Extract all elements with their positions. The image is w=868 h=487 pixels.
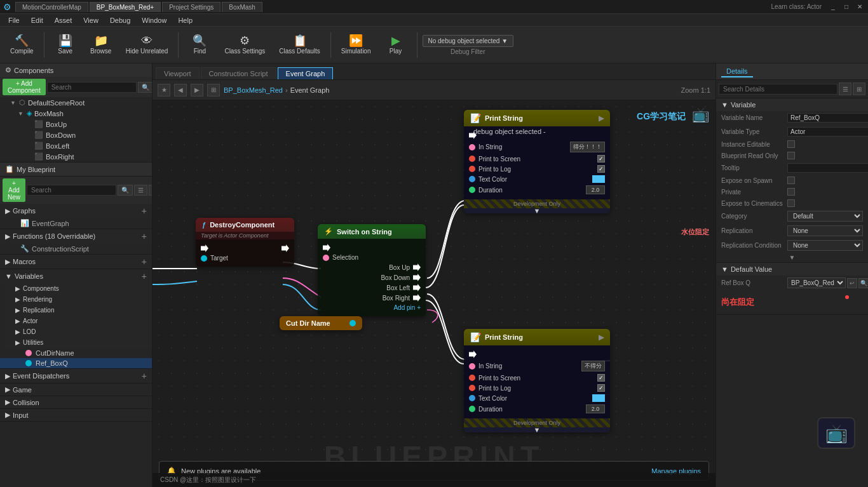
instance-editable-check[interactable] [787,140,795,148]
bp-graphs-header[interactable]: ▶ Graphs + [0,204,152,218]
print-exec-out-pin-2[interactable]: ▶ [599,333,604,342]
variable-cutdirname[interactable]: CutDirName [0,348,152,358]
cut-dir-out-pin[interactable] [349,320,356,326]
functions-add-button[interactable]: + [142,231,147,241]
duration-value[interactable]: 2.0 [586,185,605,194]
text-color-pin[interactable] [469,176,475,182]
tooltip-input[interactable] [787,163,868,173]
text-color-swatch[interactable] [592,175,605,183]
print-to-screen-check[interactable]: ✓ [597,155,605,163]
variable-ref-boxq[interactable]: Ref_BoxQ [0,358,152,368]
tab-viewport[interactable]: Viewport [156,67,200,79]
replication-select[interactable]: None [787,225,863,236]
print-to-log-pin[interactable] [469,166,475,172]
type-input[interactable] [787,127,868,137]
print-to-log-pin-2[interactable] [469,385,475,391]
bp-replication-sub[interactable]: ▶ Replication [5,305,152,316]
print-exec-out-pin[interactable]: ▶ [599,114,604,123]
ref-browse-button[interactable]: ↩ [847,278,857,288]
blueprint-canvas[interactable]: 📝 Print String ▶ In String 得分！！！ [153,100,715,487]
bp-functions-header[interactable]: ▶ Functions (18 Overridable) + [0,229,152,243]
category-select[interactable]: Default [787,211,863,222]
blueprint-search-button[interactable]: 🔍 [118,185,133,196]
play-button[interactable]: ▶ Play [380,33,412,57]
details-search-input[interactable] [719,84,837,95]
print-to-screen-pin[interactable] [469,156,475,162]
hide-unrelated-button[interactable]: 👁 Hide Unrelated [121,33,173,57]
box-right-pin[interactable] [413,294,421,302]
section-more-arrow[interactable]: ▼ [716,253,868,262]
browse-button[interactable]: 📁 Browse [85,33,117,57]
close-button[interactable]: ✕ [855,2,865,12]
find-button[interactable]: 🔍 Find [184,33,215,57]
ref-box-select[interactable]: BP_BoxQ_Red [787,277,846,288]
in-string-value[interactable]: 得分！！！ [570,142,605,152]
tab-event-graph[interactable]: Event Graph [278,67,334,79]
blueprint-filter-button[interactable]: ☰ [134,185,147,196]
components-header[interactable]: ⚙ Components [0,63,152,77]
simulation-button[interactable]: ⏩ Simulation [336,33,376,57]
add-new-button[interactable]: + Add New [3,178,25,202]
minimize-button[interactable]: _ [828,2,838,12]
bp-rendering-sub[interactable]: ▶ Rendering [5,294,152,305]
menu-window[interactable]: Window [137,16,172,25]
tree-item-boxleft[interactable]: ⬛ BoxLeft [0,140,152,151]
bp-event-dispatchers-header[interactable]: ▶ Event Dispatchers + [0,369,152,383]
tree-item-defaultsceneroot[interactable]: ▼ ⬡ DefaultSceneRoot [0,97,152,108]
destroy-component-node[interactable]: ƒ DestroyComponent Target is Actor Compo… [196,218,294,267]
print-to-screen-check-2[interactable]: ✓ [597,374,605,382]
menu-help[interactable]: Help [173,16,198,25]
bp-lod-sub[interactable]: ▶ LOD [5,326,152,337]
expose-cinematics-check[interactable] [787,199,795,207]
details-tab[interactable]: Details [721,66,753,77]
class-defaults-button[interactable]: 📋 Class Defaults [274,33,325,57]
default-value-header[interactable]: ▼ Default Value [716,263,868,276]
tree-item-boxup[interactable]: ⬛ BoxUp [0,119,152,130]
tab-motion-controller[interactable]: MotionControllerMap [15,2,88,12]
duration-pin-2[interactable] [469,406,475,412]
bp-components-sub[interactable]: ▶ Components [5,283,152,294]
macros-add-button[interactable]: + [142,257,147,267]
in-string-pin[interactable] [469,144,475,150]
menu-asset[interactable]: Asset [50,16,78,25]
print-to-screen-pin-2[interactable] [469,375,475,381]
menu-file[interactable]: File [3,16,25,25]
event-dispatchers-add-button[interactable]: + [142,371,147,381]
switch-on-string-node[interactable]: ⚡ Switch on String Selection Box Up [318,224,426,316]
destroy-exec-in[interactable] [201,244,208,252]
selection-pin[interactable] [323,255,329,261]
box-left-pin[interactable] [413,284,421,291]
exec-in-pin-2[interactable] [469,350,477,358]
menu-edit[interactable]: Edit [26,16,48,25]
tab-project-settings[interactable]: Project Settings [162,2,220,12]
add-pin-label[interactable]: Add pin + [323,304,421,311]
grid-button[interactable]: ⊞ [207,84,220,97]
bp-input-header[interactable]: ▶ Input [0,409,152,421]
maximize-button[interactable]: □ [841,2,851,12]
details-grid-view-button[interactable]: ⊞ [853,83,865,95]
replication-condition-select[interactable]: None [787,240,863,251]
print-string-node-2[interactable]: 📝 Print String ▶ In String 不得分 [464,329,610,432]
tab-boxmash[interactable]: BoxMash [222,2,262,12]
bp-variables-header[interactable]: ▼ Variables + [0,269,152,283]
variable-name-input[interactable] [787,113,868,123]
text-color-pin-2[interactable] [469,395,475,401]
tree-item-boxmash[interactable]: ▼ ◈ BoxMash [0,108,152,119]
box-down-pin[interactable] [413,274,421,281]
tree-item-boxright[interactable]: ⬛ BoxRight [0,151,152,162]
add-component-button[interactable]: + Add Component [3,79,46,95]
text-color-swatch-2[interactable] [592,394,605,402]
print-to-log-check[interactable]: ✓ [597,165,605,173]
private-check[interactable] [787,188,795,196]
tree-item-boxdown[interactable]: ⬛ BoxDown [0,130,152,140]
duration-pin[interactable] [469,187,475,193]
variable-section-header[interactable]: ▼ Variable [716,98,868,111]
expose-spawn-check[interactable] [787,177,795,184]
component-search-input[interactable] [47,82,137,93]
details-list-view-button[interactable]: ☰ [839,83,851,95]
menu-view[interactable]: View [78,16,104,25]
ref-search-button[interactable]: 🔍 [858,278,868,288]
construction-script-item[interactable]: 🔧 ConstructionScript [0,243,152,254]
destroy-exec-out[interactable] [281,244,289,252]
print-to-log-check-2[interactable]: ✓ [597,384,605,392]
